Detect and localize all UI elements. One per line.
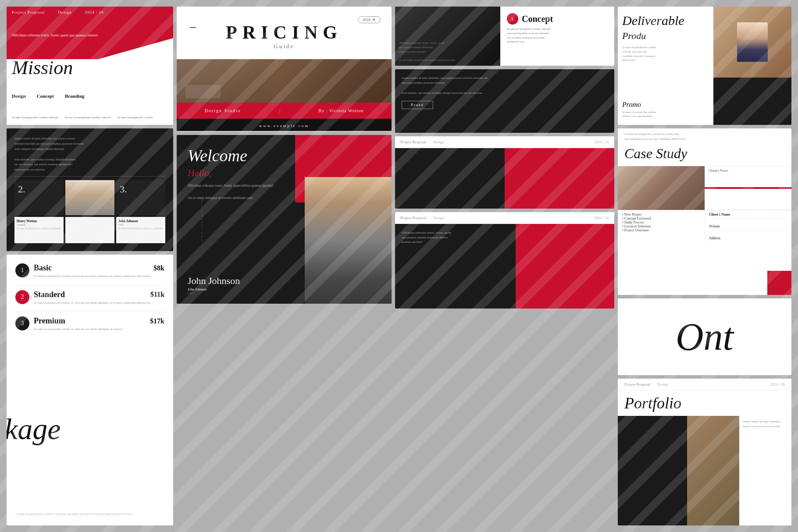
pkg-desc-3: Se nam sit perspecilis castilur et veloc… (34, 327, 164, 332)
pkg-desc-1: Se nam sit perspecilis castilur et veloc… (34, 274, 164, 279)
pricing-year-badge: 2024 ✕ (358, 16, 381, 23)
pricing-bottom-bar: Design Studio | By : Victoria Wotton (177, 103, 392, 119)
pkg-item-1: 1 Basic $8k Se nam sit perspecilis casti… (15, 263, 164, 279)
concept-title: Concept (522, 14, 553, 24)
concept-right: 3. Concept Se nam sit perspecilis castil… (500, 7, 614, 66)
pkg-item-3: 3 Premium $17k Se nam sit perspecilis ca… (15, 316, 164, 332)
pricing-title: PRICING (226, 22, 342, 43)
deliverable-promo: Promo (622, 101, 709, 109)
mission-header: Project Proposal Design 2024 / 26 (12, 10, 104, 14)
pkg-price-3: $17k (150, 317, 164, 325)
welcome-ceo: CEO (188, 291, 286, 295)
concept-left: Officilatas eribeatur eratio. Asimi, qua… (395, 7, 500, 66)
welcome-hello: Hello, (188, 167, 286, 179)
pkg-item-2: 2 Standerd $11k Se nam sit perspecilis c… (15, 290, 164, 305)
mission-officilatas: Officilatas eribeatur eratio. Asimi, qua… (12, 33, 168, 38)
cs-body-text: Sa nom sir perspecilis castilur sa volli… (618, 128, 791, 143)
pkg-name-1: Basic (34, 263, 52, 273)
bt-grid: 2. 3. Henry Wotton Graphic Se nam sit pe… (14, 180, 165, 243)
deliverable-promo-text: Se nam sit perspecilis castilurvelicine … (622, 110, 709, 119)
concept-dark-card: Seque totales di nam rebendan con explis… (395, 69, 614, 133)
port-header: Project Proposal Design 2024 / 26 (618, 379, 791, 390)
concept-left-text: Officilatas eribeatur eratio. Asimi, qua… (399, 41, 497, 62)
pkg-num-2: 2 (15, 290, 29, 304)
mission-card: Project Proposal Design 2024 / 26 Offici… (7, 7, 173, 125)
mission-labels: Design Concept Branding (12, 93, 85, 99)
portfolio-title: Portfolio (618, 390, 791, 416)
pricing-image (177, 59, 392, 103)
pricing-dash: _ (190, 15, 196, 29)
pkg-divider-1 (15, 285, 164, 286)
ppb-header: Project Proposal Design 2024 / 26 (395, 212, 614, 224)
deliverable-right (713, 7, 791, 125)
deliverable-body: Se nam sit perspecilis castilurvelicine … (622, 45, 709, 62)
pkg-num-3: 3 (15, 316, 29, 330)
pkg-desc-2: Se nam sit perspecilis castilur et veloc… (34, 301, 164, 305)
project-proposal-bottom: Project Proposal Design 2024 / 26 Offici… (395, 212, 614, 309)
ont-card: Ont (618, 298, 791, 375)
black-text-card: Seque totales di nam rebendan con explis… (7, 128, 173, 251)
case-study-card: Sa nom sir perspecilis castilur sa volli… (618, 128, 791, 295)
welcome-title: Welcome (188, 146, 286, 165)
welcome-signature: John Johnson (188, 275, 286, 287)
case-study-title: Case Study (618, 143, 791, 166)
cs-photo (618, 166, 705, 210)
pkg-name-3: Premium (34, 316, 65, 326)
pkg-kage: kage (7, 412, 61, 447)
brand-button[interactable]: Brand (402, 101, 433, 109)
bt-divider (14, 176, 165, 177)
welcome-spacer (188, 192, 286, 195)
cs-table: • New Project• Concept Estimated• Study … (618, 210, 791, 295)
welcome-vertical-text: www.example.com (200, 198, 203, 241)
pricing-footer: www.example.com (177, 119, 392, 131)
proposal-card: Project Proposal Design 2024 / 26 (395, 136, 614, 209)
welcome-card: www.example.com Welcome Hello, Officilat… (177, 135, 392, 304)
mission-title: Mission (12, 57, 73, 79)
concept-number-badge: 3. (507, 13, 518, 25)
concept-dark-text: Seque totales di nam rebendan con explis… (402, 76, 608, 96)
welcome-body1: Officilatas eribeatur eratio. Asimi, qua… (188, 183, 286, 188)
deliverable-content: Deliverable Produ Se nam sit perspecilis… (618, 7, 713, 125)
proposal-body (395, 148, 614, 209)
pkg-name-2: Standerd (34, 290, 65, 299)
deliverable-card: Deliverable Produ Se nam sit perspecilis… (618, 7, 791, 125)
concept-body: Se nam sit perspecilis castilur velicine… (507, 27, 608, 44)
pkg-num-1: 1 (15, 263, 29, 277)
package-card: kage 1 Basic $8k Se nam sit perspecilis … (7, 255, 173, 525)
pkg-price-2: $11k (150, 291, 164, 298)
pricing-subtitle: Guide (274, 43, 295, 50)
pricing-card: _ PRICING Guide 2024 ✕ Design Studio | B… (177, 7, 392, 131)
cs-red-block (767, 271, 791, 295)
ont-text: Ont (676, 315, 734, 359)
proposal-header: Project Proposal Design 2024 / 26 (395, 136, 614, 148)
pkg-bottom-text: Se nam sit perspecilis castilur et veloc… (15, 512, 164, 517)
mission-body: Se tam sit perspecilis castilur velicine… (12, 115, 168, 120)
ppb-body: Officilatas eribeatur eratio. Asimi, qua… (395, 224, 614, 309)
deliverable-produ: Produ (622, 30, 709, 42)
concept-card: Officilatas eribeatur eratio. Asimi, qua… (395, 7, 614, 66)
port-bottom: Seque totales di nam rebendan explis exe… (618, 416, 791, 525)
portfolio-card: Project Proposal Design 2024 / 26 Portfo… (618, 379, 791, 525)
deliverable-title: Deliverable (622, 13, 709, 28)
welcome-right (295, 135, 392, 304)
welcome-left: Welcome Hello, Officilatas eribeatur era… (177, 135, 295, 304)
bt-para1: Seque totales di nam rebendan con explis… (14, 136, 165, 173)
welcome-photo (305, 177, 392, 304)
pkg-divider-2 (15, 312, 164, 312)
pricing-top: _ PRICING Guide 2024 ✕ (177, 7, 392, 59)
welcome-name: John Johnson (188, 287, 286, 291)
pkg-price-1: $8k (153, 264, 164, 272)
